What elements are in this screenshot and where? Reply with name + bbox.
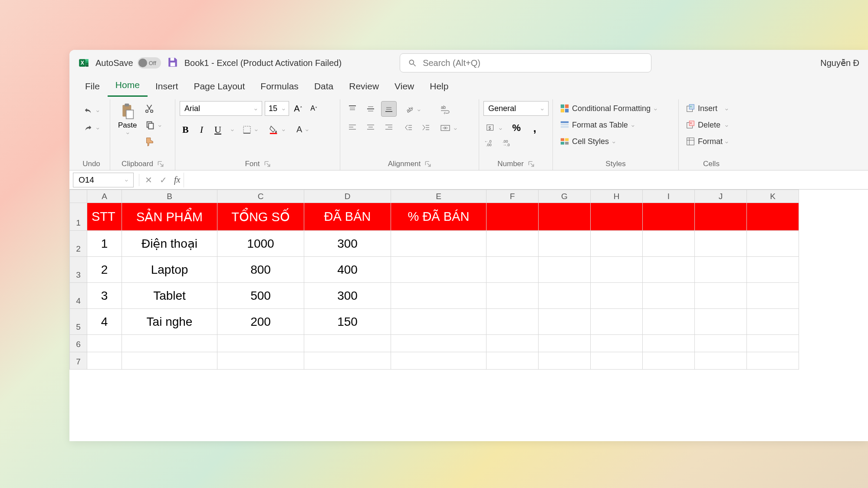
font-color-button[interactable]: A⌵ bbox=[294, 123, 311, 136]
orientation-button[interactable]: ab⌵ bbox=[402, 103, 432, 116]
merge-center-button[interactable]: ⌵ bbox=[437, 122, 460, 134]
name-box[interactable]: O14⌵ bbox=[73, 173, 134, 187]
cell-G4[interactable] bbox=[539, 283, 591, 309]
cell-B7[interactable] bbox=[122, 352, 217, 370]
cell-F7[interactable] bbox=[487, 352, 539, 370]
col-header-G[interactable]: G bbox=[539, 190, 591, 203]
col-header-F[interactable]: F bbox=[487, 190, 539, 203]
cell-F2[interactable] bbox=[487, 231, 539, 257]
row-header-2[interactable]: 2 bbox=[70, 231, 87, 257]
cell-F3[interactable] bbox=[487, 257, 539, 283]
format-painter-button[interactable] bbox=[143, 136, 156, 147]
increase-font-button[interactable]: A˄ bbox=[292, 103, 305, 114]
cell-F4[interactable] bbox=[487, 283, 539, 309]
formula-input[interactable] bbox=[184, 173, 868, 187]
decrease-font-button[interactable]: A˅ bbox=[307, 103, 320, 114]
autosave-toggle[interactable]: AutoSave Off bbox=[95, 57, 161, 69]
cell-C2[interactable]: 1000 bbox=[217, 231, 304, 257]
cell-D2[interactable]: 300 bbox=[304, 231, 391, 257]
cell-K6[interactable] bbox=[747, 335, 799, 352]
cell-G7[interactable] bbox=[539, 352, 591, 370]
italic-button[interactable]: I bbox=[197, 123, 206, 136]
cell-H7[interactable] bbox=[591, 352, 643, 370]
row-header-6[interactable]: 6 bbox=[70, 335, 87, 352]
cell-E1[interactable]: % ĐÃ BÁN bbox=[391, 203, 487, 231]
cell-C4[interactable]: 500 bbox=[217, 283, 304, 309]
cell-G2[interactable] bbox=[539, 231, 591, 257]
cell-F6[interactable] bbox=[487, 335, 539, 352]
row-header-5[interactable]: 5 bbox=[70, 309, 87, 335]
cell-E6[interactable] bbox=[391, 335, 487, 352]
cell-C1[interactable]: TỔNG SỐ bbox=[217, 203, 304, 231]
border-button[interactable]: ⌵ bbox=[240, 124, 260, 136]
cell-E7[interactable] bbox=[391, 352, 487, 370]
comma-button[interactable]: , bbox=[528, 122, 541, 134]
cell-D1[interactable]: ĐÃ BÁN bbox=[304, 203, 391, 231]
cell-E5[interactable] bbox=[391, 309, 487, 335]
cell-J6[interactable] bbox=[695, 335, 747, 352]
cell-I1[interactable] bbox=[643, 203, 695, 231]
conditional-formatting-button[interactable]: Conditional Formatting⌵ bbox=[557, 102, 660, 115]
cell-H4[interactable] bbox=[591, 283, 643, 309]
cell-K4[interactable] bbox=[747, 283, 799, 309]
align-left-button[interactable] bbox=[345, 119, 360, 135]
tab-home[interactable]: Home bbox=[108, 75, 148, 97]
cell-B4[interactable]: Tablet bbox=[122, 283, 217, 309]
align-bottom-button[interactable] bbox=[381, 101, 397, 117]
cell-A6[interactable] bbox=[87, 335, 122, 352]
cell-J5[interactable] bbox=[695, 309, 747, 335]
tab-help[interactable]: Help bbox=[422, 77, 456, 97]
fx-button[interactable]: fx bbox=[171, 173, 184, 187]
cell-E4[interactable] bbox=[391, 283, 487, 309]
formula-enter-button[interactable]: ✓ bbox=[156, 173, 171, 187]
cell-I3[interactable] bbox=[643, 257, 695, 283]
cell-K7[interactable] bbox=[747, 352, 799, 370]
cell-B2[interactable]: Điện thoại bbox=[122, 231, 217, 257]
alignment-launcher[interactable] bbox=[425, 161, 431, 167]
undo-button[interactable]: ⌵ bbox=[81, 104, 102, 117]
align-middle-button[interactable] bbox=[363, 101, 378, 117]
cell-F1[interactable] bbox=[487, 203, 539, 231]
cell-C3[interactable]: 800 bbox=[217, 257, 304, 283]
cell-J7[interactable] bbox=[695, 352, 747, 370]
col-header-H[interactable]: H bbox=[591, 190, 643, 203]
tab-insert[interactable]: Insert bbox=[148, 77, 186, 97]
col-header-B[interactable]: B bbox=[122, 190, 217, 203]
cell-styles-button[interactable]: Cell Styles⌵ bbox=[557, 135, 660, 148]
cell-D4[interactable]: 300 bbox=[304, 283, 391, 309]
cell-K2[interactable] bbox=[747, 231, 799, 257]
font-size-select[interactable]: 15⌵ bbox=[265, 101, 289, 116]
cell-B6[interactable] bbox=[122, 335, 217, 352]
align-right-button[interactable] bbox=[381, 119, 397, 135]
row-header-3[interactable]: 3 bbox=[70, 257, 87, 283]
tab-formulas[interactable]: Formulas bbox=[253, 77, 306, 97]
cell-B5[interactable]: Tai nghe bbox=[122, 309, 217, 335]
cell-D7[interactable] bbox=[304, 352, 391, 370]
cell-A7[interactable] bbox=[87, 352, 122, 370]
cell-B1[interactable]: SẢN PHẨM bbox=[122, 203, 217, 231]
col-header-D[interactable]: D bbox=[304, 190, 391, 203]
cell-G1[interactable] bbox=[539, 203, 591, 231]
cell-J2[interactable] bbox=[695, 231, 747, 257]
number-format-select[interactable]: General⌵ bbox=[483, 101, 549, 116]
cell-K5[interactable] bbox=[747, 309, 799, 335]
cell-D3[interactable]: 400 bbox=[304, 257, 391, 283]
wrap-text-button[interactable]: ab bbox=[437, 103, 460, 116]
clipboard-launcher[interactable] bbox=[158, 161, 164, 167]
align-center-button[interactable] bbox=[363, 119, 378, 135]
cell-A2[interactable]: 1 bbox=[87, 231, 122, 257]
cell-F5[interactable] bbox=[487, 309, 539, 335]
col-header-K[interactable]: K bbox=[747, 190, 799, 203]
cell-J4[interactable] bbox=[695, 283, 747, 309]
col-header-I[interactable]: I bbox=[643, 190, 695, 203]
cell-A3[interactable]: 2 bbox=[87, 257, 122, 283]
tab-review[interactable]: Review bbox=[341, 77, 387, 97]
col-header-A[interactable]: A bbox=[87, 190, 122, 203]
format-as-table-button[interactable]: Format as Table⌵ bbox=[557, 118, 660, 131]
fill-color-button[interactable]: ⌵ bbox=[266, 123, 288, 136]
tab-view[interactable]: View bbox=[387, 77, 422, 97]
cell-C7[interactable] bbox=[217, 352, 304, 370]
cell-C5[interactable]: 200 bbox=[217, 309, 304, 335]
number-launcher[interactable] bbox=[528, 161, 534, 167]
tab-page-layout[interactable]: Page Layout bbox=[186, 77, 253, 97]
